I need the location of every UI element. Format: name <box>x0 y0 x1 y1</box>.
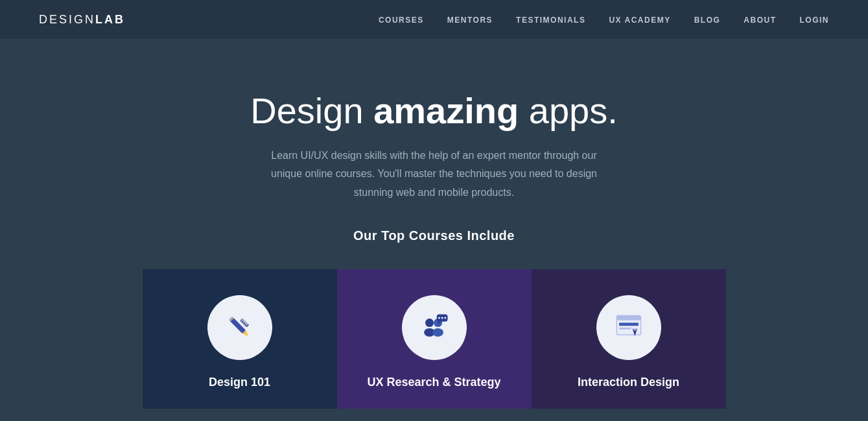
hero-title: Design amazing apps. <box>250 91 618 131</box>
svg-rect-18 <box>616 315 640 320</box>
svg-point-16 <box>444 317 446 319</box>
nav-item-ux-academy[interactable]: UX ACADEMY <box>609 14 670 25</box>
interaction-design-icon <box>611 309 647 346</box>
courses-cards: Design 101 <box>13 269 855 409</box>
hero-title-end: apps. <box>519 90 618 131</box>
navbar: DESIGNLAB COURSES MENTORS TESTIMONIALS U… <box>0 0 868 39</box>
nav-item-blog[interactable]: BLOG <box>694 14 721 25</box>
svg-rect-20 <box>619 328 631 330</box>
course-card-interaction-label: Interaction Design <box>578 376 679 389</box>
logo-lab: LAB <box>95 13 125 27</box>
course-card-ux-research-label: UX Research & Strategy <box>367 376 500 389</box>
hero-title-start: Design <box>250 90 373 131</box>
nav-menu: COURSES MENTORS TESTIMONIALS UX ACADEMY … <box>379 14 829 25</box>
nav-item-about[interactable]: ABOUT <box>744 14 776 25</box>
logo[interactable]: DESIGNLAB <box>39 13 125 27</box>
hero-subtitle: Learn UI/UX design skills with the help … <box>259 147 609 202</box>
card-icon-circle-ux-research <box>402 295 467 360</box>
nav-item-login[interactable]: LOGIN <box>800 14 830 25</box>
card-icon-circle-design101 <box>207 295 272 360</box>
design101-icon <box>222 309 258 346</box>
course-card-design101-label: Design 101 <box>209 376 270 389</box>
hero-section: Design amazing apps. Learn UI/UX design … <box>0 39 868 421</box>
svg-rect-19 <box>619 323 639 326</box>
course-card-design-101[interactable]: Design 101 <box>143 269 337 409</box>
course-card-interaction-design[interactable]: Interaction Design <box>532 269 726 409</box>
logo-design: DESIGN <box>39 13 95 27</box>
ux-research-icon <box>416 309 452 346</box>
hero-title-bold: amazing <box>373 90 519 131</box>
svg-point-8 <box>425 319 434 327</box>
svg-point-11 <box>432 328 443 337</box>
nav-item-courses[interactable]: COURSES <box>379 14 424 25</box>
svg-point-14 <box>438 317 440 319</box>
course-card-ux-research[interactable]: UX Research & Strategy <box>337 269 532 409</box>
courses-section-heading: Our Top Courses Include <box>353 228 515 243</box>
card-icon-circle-interaction <box>596 295 661 360</box>
svg-point-15 <box>441 317 443 319</box>
nav-item-testimonials[interactable]: TESTIMONIALS <box>516 14 585 25</box>
nav-item-mentors[interactable]: MENTORS <box>447 14 493 25</box>
